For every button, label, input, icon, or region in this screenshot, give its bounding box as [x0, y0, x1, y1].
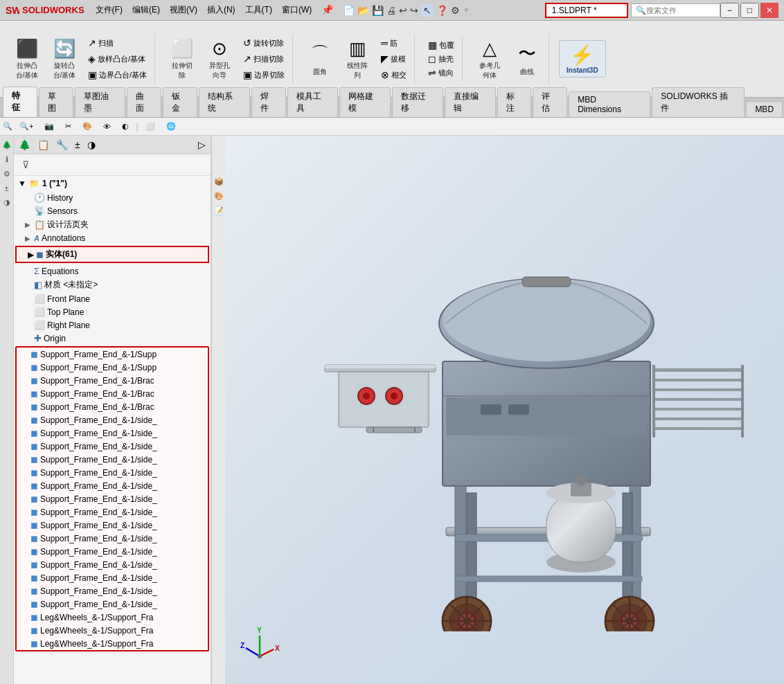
tree-item-history[interactable]: 🕐 History [14, 191, 211, 204]
redo-icon[interactable]: ↪ [410, 5, 418, 16]
property-manager-tab[interactable]: 📋 [35, 138, 52, 152]
list-item[interactable]: ◼ Support_Frame_End_&-1/side_ [17, 440, 208, 453]
appearances-btn[interactable]: ◐ [118, 121, 133, 132]
select-icon[interactable]: ↖ [421, 4, 434, 17]
list-item[interactable]: ◼ Leg&Wheels_&-1/Support_Fra [17, 637, 208, 650]
tree-root[interactable]: ▼ 📁 1 ("1") [14, 176, 211, 191]
instant3d-button[interactable]: ⚡ Instant3D [559, 40, 606, 78]
list-item[interactable]: ◼ Support_Frame_End_&-1/side_ [17, 413, 208, 426]
section-view-btn[interactable]: ✂ [61, 121, 75, 132]
revolve-boss-base-button[interactable]: 🔄 旋转凸台/基体 [47, 35, 82, 83]
appearances-pane-icon[interactable]: 🎨 [214, 192, 224, 201]
list-item[interactable]: ◼ Support_Frame_End_&-1/side_ [17, 505, 208, 519]
wrap-button[interactable]: ▦ 包覆 [425, 38, 458, 52]
list-item[interactable]: ◼ Support_Frame_End_&-1/side_ [17, 492, 208, 505]
menu-insert[interactable]: 插入(N) [203, 3, 240, 17]
list-item[interactable]: ◼ Support_Frame_End_&-1/Supp [17, 348, 208, 361]
new-icon[interactable]: 📄 [343, 5, 355, 16]
ambient-occlusion-btn[interactable]: 🌐 [162, 121, 180, 132]
tree-item-equations[interactable]: Σ Equations [14, 264, 211, 278]
mirror-button[interactable]: ⇌ 镜向 [425, 66, 458, 80]
dimxpert-tab[interactable]: ± [72, 138, 83, 152]
tab-sw-plugins[interactable]: SOLIDWORKS 插件 [652, 87, 745, 117]
task-pane-icon[interactable]: 📦 [214, 177, 224, 186]
tree-item-solid-bodies[interactable]: ▶ ◼ 实体(61) [15, 246, 209, 263]
save-icon[interactable]: 💾 [372, 5, 384, 16]
filter-icon[interactable]: ⊽ [18, 156, 33, 173]
tab-network-model[interactable]: 网格建模 [339, 87, 391, 117]
view-orient-btn[interactable]: 📷 [40, 121, 58, 132]
tab-structure[interactable]: 结构系统 [199, 87, 250, 117]
list-item[interactable]: ◼ Support_Frame_End_&-1/side_ [17, 558, 208, 571]
settings-icon[interactable]: ⚙ [451, 5, 460, 16]
list-item[interactable]: ◼ Leg&Wheels_&-1/Support_Fra [17, 624, 208, 637]
menu-tools[interactable]: 工具(T) [241, 3, 276, 17]
list-item[interactable]: ◼ Support_Frame_End_&-1/side_ [17, 426, 208, 440]
list-item[interactable]: ◼ Support_Frame_End_&-1/Supp [17, 361, 208, 374]
menu-file[interactable]: 文件(F) [91, 3, 127, 17]
draft-button[interactable]: ◤ 拔模 [377, 52, 410, 66]
config-manager-tab[interactable]: 🔧 [53, 138, 71, 152]
tab-weld[interactable]: 焊件 [251, 87, 286, 117]
tree-item-origin[interactable]: ✚ Origin [14, 332, 211, 345]
view-type-btn[interactable]: ⬜ [141, 121, 159, 132]
list-item[interactable]: ◼ Support_Frame_End_&-1/side_ [17, 466, 208, 479]
tree-item-top-plane[interactable]: ⬜ Top Plane [14, 305, 211, 318]
tab-surface[interactable]: 曲面 [127, 87, 161, 117]
tab-feature[interactable]: 特征 [3, 87, 37, 117]
tab-sheet-metal[interactable]: 钣金 [163, 87, 197, 117]
menu-window[interactable]: 窗口(W) [278, 3, 316, 17]
tab-sketch-oil[interactable]: 草图油墨 [75, 87, 126, 117]
display-manager-icon[interactable]: ◑ [2, 196, 12, 209]
list-item[interactable]: ◼ Leg&Wheels_&-1/Support_Fra [17, 611, 208, 624]
list-item[interactable]: ◼ Support_Frame_End_&-1/side_ [17, 545, 208, 558]
tab-evaluate[interactable]: 评估 [533, 87, 567, 117]
list-item[interactable]: ◼ Support_Frame_End_&-1/side_ [17, 479, 208, 492]
undo-icon[interactable]: ↩ [399, 5, 407, 16]
intersect-button[interactable]: ⊗ 相交 [377, 68, 410, 82]
tab-mold-tools[interactable]: 模具工具 [287, 87, 339, 117]
feature-manager-tab[interactable]: 🌲 [16, 138, 33, 152]
list-item[interactable]: ◼ Support_Frame_End_&-1/side_ [17, 597, 208, 611]
list-item[interactable]: ◼ Support_Frame_End_&-1/Brac [17, 374, 208, 387]
boundary-cut-button[interactable]: ▣ 边界切除 [240, 68, 288, 82]
tab-sketch[interactable]: 草图 [39, 87, 73, 117]
tree-item-material[interactable]: ◧ 材质 <未指定> [14, 278, 211, 292]
menu-edit[interactable]: 编辑(E) [128, 3, 164, 17]
dimxpert-icon[interactable]: ± [3, 182, 10, 195]
tree-item-sensors[interactable]: 📡 Sensors [14, 204, 211, 217]
display-style-btn[interactable]: 🎨 [78, 121, 96, 132]
display-manager-tab[interactable]: ◑ [84, 138, 98, 152]
tree-item-front-plane[interactable]: ⬜ Front Plane [14, 292, 211, 305]
tab-direct-edit[interactable]: 直接编辑 [445, 87, 496, 117]
list-item[interactable]: ◼ Support_Frame_End_&-1/Brac [17, 400, 208, 413]
rib-button[interactable]: ═ 筋 [377, 36, 410, 50]
tab-mbd[interactable]: MBD [746, 101, 783, 117]
tree-item-design-pages[interactable]: ▶ 📋 设计活页夹 [14, 217, 211, 232]
tree-item-right-plane[interactable]: ⬜ Right Plane [14, 318, 211, 332]
zoom-in-btn[interactable]: 🔍+ [15, 121, 37, 132]
extruded-cut-button[interactable]: ⬜ 拉伸切除 [165, 35, 199, 83]
3d-viewport[interactable]: X Y Z [225, 136, 784, 684]
config-manager-icon[interactable]: ⚙ [2, 168, 12, 181]
list-item[interactable]: ◼ Support_Frame_End_&-1/side_ [17, 519, 208, 532]
print-icon[interactable]: 🖨 [386, 5, 396, 16]
ref-geometry-button[interactable]: △ 参考几何体 [472, 35, 507, 83]
panel-expand-icon[interactable]: ▷ [195, 138, 208, 152]
hole-wizard-button[interactable]: ⊙ 异型孔向导 [202, 35, 237, 83]
linear-pattern-button[interactable]: ▥ 线性阵列 [340, 35, 375, 83]
sweep-cut-button[interactable]: ↗ 扫描切除 [240, 52, 288, 66]
custom-prop-icon[interactable]: 📝 [214, 206, 224, 215]
list-item[interactable]: ◼ Support_Frame_End_&-1/side_ [17, 571, 208, 584]
hide-show-btn[interactable]: 👁 [99, 122, 115, 132]
list-item[interactable]: ◼ Support_Frame_End_&-1/side_ [17, 584, 208, 597]
boundary-button[interactable]: ▣ 边界凸台/基体 [84, 68, 150, 82]
open-icon[interactable]: 📂 [357, 5, 369, 16]
fillet-button[interactable]: ⌒ 圆角 [303, 35, 337, 83]
help-icon[interactable]: ❓ [436, 5, 448, 16]
list-item[interactable]: ◼ Support_Frame_End_&-1/side_ [17, 532, 208, 545]
list-item[interactable]: ◼ Support_Frame_End_&-1/Brac [17, 387, 208, 400]
sweep-button[interactable]: ↗ 扫描 [84, 36, 150, 50]
search-input[interactable] [646, 6, 715, 15]
maximize-button[interactable]: □ [740, 3, 759, 18]
